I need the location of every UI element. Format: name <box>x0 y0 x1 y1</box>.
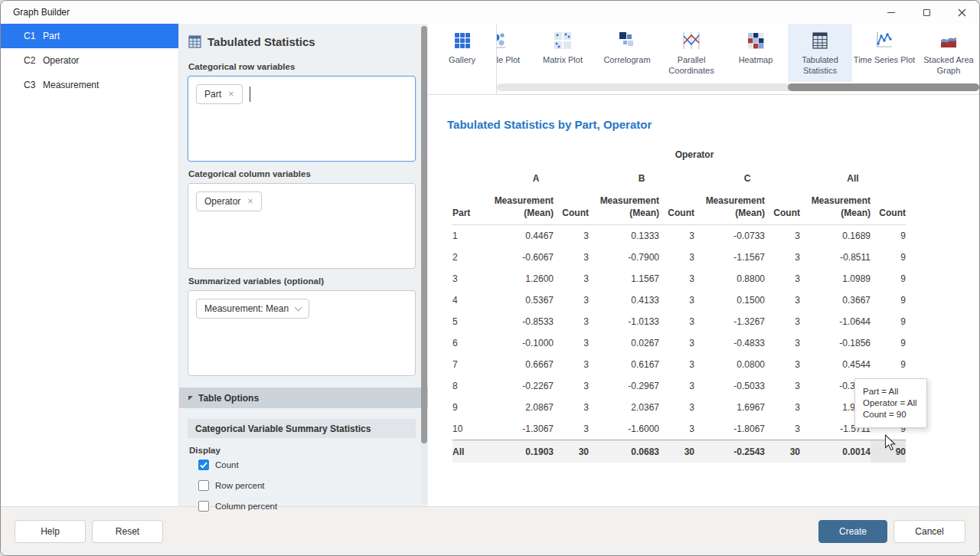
value-cell[interactable]: 3 <box>554 354 589 375</box>
value-cell[interactable]: -0.8511 <box>800 247 871 268</box>
value-cell[interactable]: 3 <box>765 332 800 354</box>
value-cell[interactable]: -1.0644 <box>800 311 871 332</box>
value-cell[interactable]: 0.4544 <box>800 354 871 375</box>
value-cell[interactable]: 3 <box>765 311 800 332</box>
row-label-cell[interactable]: 4 <box>452 289 483 311</box>
value-cell[interactable]: 3 <box>659 375 694 397</box>
gallery-item-gallery[interactable]: Gallery <box>428 24 497 94</box>
value-cell[interactable]: 3 <box>659 418 694 440</box>
all-row-value-cell[interactable]: 0.0683 <box>589 440 659 463</box>
all-row-value-cell[interactable]: -0.2543 <box>694 440 765 463</box>
value-cell[interactable]: -0.1000 <box>483 332 554 354</box>
all-row-value-cell[interactable]: 0.1903 <box>483 440 554 463</box>
value-cell[interactable]: -0.4833 <box>694 332 765 354</box>
value-cell[interactable]: 0.1333 <box>589 225 659 247</box>
value-cell[interactable]: 3 <box>659 311 694 332</box>
value-cell[interactable]: 3 <box>554 289 589 311</box>
value-cell[interactable]: 9 <box>871 268 906 289</box>
close-button[interactable] <box>944 1 979 24</box>
value-cell[interactable]: 3 <box>765 225 800 247</box>
value-cell[interactable]: 9 <box>871 332 906 354</box>
checkbox-row-column-percent[interactable]: Column percent <box>198 501 428 512</box>
value-cell[interactable]: -0.0733 <box>694 225 765 247</box>
value-cell[interactable]: 3 <box>554 247 589 268</box>
value-cell[interactable]: 9 <box>871 354 906 375</box>
value-cell[interactable]: 3 <box>765 375 800 397</box>
value-cell[interactable]: 0.0800 <box>694 354 765 375</box>
sidebar-item-part[interactable]: C1Part <box>1 24 178 48</box>
value-cell[interactable]: -0.8533 <box>483 311 554 332</box>
value-cell[interactable]: 3 <box>554 311 589 332</box>
row-label-cell[interactable]: 8 <box>452 375 483 397</box>
gallery-hscrollbar-thumb[interactable] <box>788 83 979 91</box>
sidebar-item-measurement[interactable]: C3Measurement <box>1 73 178 97</box>
value-cell[interactable]: 2.0867 <box>483 397 554 418</box>
gallery-item-tabulated-statistics[interactable]: Tabulated Statistics <box>788 24 852 82</box>
value-cell[interactable]: 0.4133 <box>589 289 659 311</box>
value-cell[interactable]: 9 <box>871 289 906 311</box>
value-cell[interactable]: 3 <box>659 332 694 354</box>
value-cell[interactable]: 0.8800 <box>694 268 765 289</box>
remove-chip-icon[interactable]: × <box>247 198 253 205</box>
all-row-value-cell[interactable]: 30 <box>765 440 800 463</box>
all-row-value-cell[interactable]: 0.0014 <box>800 440 871 463</box>
all-row-value-cell[interactable]: 30 <box>659 440 694 463</box>
value-cell[interactable]: 3 <box>765 354 800 375</box>
value-cell[interactable]: -0.2967 <box>589 375 659 397</box>
panel-scrollbar[interactable] <box>421 25 427 505</box>
value-cell[interactable]: 0.6667 <box>483 354 554 375</box>
table-options-header[interactable]: Table Options <box>179 388 428 408</box>
value-cell[interactable]: 3 <box>765 247 800 268</box>
value-cell[interactable]: 1.6967 <box>694 397 765 418</box>
value-cell[interactable]: 3 <box>554 375 589 397</box>
gallery-item-bubble-plot[interactable]: Bubble Plot <box>497 24 531 82</box>
row-label-cell[interactable]: 7 <box>452 354 483 375</box>
value-cell[interactable]: -1.8067 <box>694 418 765 440</box>
value-cell[interactable]: -1.1567 <box>694 247 765 268</box>
value-cell[interactable]: 1.1567 <box>589 268 659 289</box>
checkbox-row-count[interactable]: Count <box>198 460 428 470</box>
value-cell[interactable]: 0.0267 <box>589 332 659 354</box>
value-cell[interactable]: 9 <box>871 247 906 268</box>
reset-button[interactable]: Reset <box>92 520 163 543</box>
value-cell[interactable]: -0.6067 <box>483 247 554 268</box>
checkbox-row-row-percent[interactable]: Row percent <box>198 480 428 491</box>
all-row-value-cell[interactable]: 30 <box>554 440 589 463</box>
maximize-button[interactable] <box>909 1 944 24</box>
gallery-item-correlogram[interactable]: Correlogram <box>595 24 659 82</box>
chevron-down-icon[interactable] <box>295 303 302 311</box>
value-cell[interactable]: 9 <box>871 225 906 247</box>
checkbox[interactable] <box>198 460 209 470</box>
value-cell[interactable]: -1.0133 <box>589 311 659 332</box>
value-cell[interactable]: 3 <box>659 289 694 311</box>
help-button[interactable]: Help <box>15 520 86 543</box>
summarized-variables-field[interactable]: Measurement: Mean <box>188 290 416 376</box>
value-cell[interactable]: 3 <box>554 268 589 289</box>
value-cell[interactable]: 3 <box>765 418 800 440</box>
value-cell[interactable]: 2.0367 <box>589 397 659 418</box>
column-variables-field[interactable]: Operator × <box>188 183 416 269</box>
row-label-cell[interactable]: 9 <box>452 397 483 418</box>
row-label-cell[interactable]: 5 <box>452 311 483 332</box>
variable-chip-measurement-mean[interactable]: Measurement: Mean <box>196 299 309 319</box>
value-cell[interactable]: -1.3067 <box>483 418 554 440</box>
create-button[interactable]: Create <box>818 520 887 543</box>
gallery-item-matrix-plot[interactable]: Matrix Plot <box>531 24 595 82</box>
value-cell[interactable]: 0.1500 <box>694 289 765 311</box>
value-cell[interactable]: 3 <box>659 225 694 247</box>
value-cell[interactable]: 3 <box>659 354 694 375</box>
value-cell[interactable]: 0.3667 <box>800 289 871 311</box>
value-cell[interactable]: 3 <box>765 268 800 289</box>
gallery-item-time-series-plot[interactable]: Time Series Plot <box>852 24 916 82</box>
checkbox[interactable] <box>198 480 209 491</box>
value-cell[interactable]: 1.0989 <box>800 268 871 289</box>
value-cell[interactable]: -0.7900 <box>589 247 659 268</box>
value-cell[interactable]: -0.2267 <box>483 375 554 397</box>
sidebar-item-operator[interactable]: C2Operator <box>1 48 178 73</box>
value-cell[interactable]: 0.1689 <box>800 225 871 247</box>
minimize-button[interactable] <box>874 1 909 24</box>
value-cell[interactable]: 3 <box>659 247 694 268</box>
row-label-cell[interactable]: 3 <box>452 268 483 289</box>
all-row-label-cell[interactable]: All <box>452 440 483 463</box>
variable-chip-part[interactable]: Part × <box>196 84 243 104</box>
